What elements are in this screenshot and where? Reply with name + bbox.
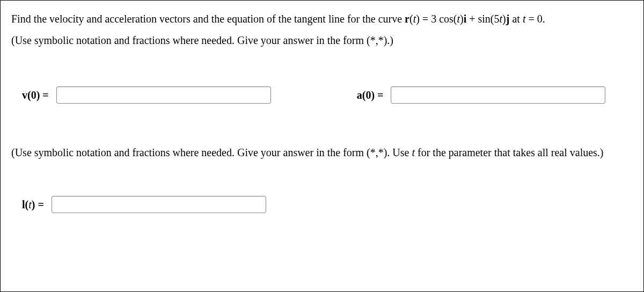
func-part: ) = 3 cos( <box>416 13 457 25</box>
v-letter: v <box>22 89 27 101</box>
instruction-1: (Use symbolic notation and fractions whe… <box>11 32 633 49</box>
paren-close-2: ) <box>502 13 506 25</box>
answer-row-2: l(t) = <box>11 196 633 213</box>
r-vector-label: r <box>405 13 409 25</box>
instruction2-part1: (Use symbolic notation and fractions whe… <box>11 147 412 158</box>
tangent-label: l(t) = <box>22 199 44 211</box>
paren-close-1: ) <box>460 13 464 25</box>
a-zero-eq: (0) = <box>362 89 384 101</box>
velocity-label: v(0) = <box>22 89 49 101</box>
v-zero-eq: (0) = <box>27 89 49 101</box>
problem-container: Find the velocity and acceleration vecto… <box>0 0 644 292</box>
a-letter: a <box>357 89 362 101</box>
acceleration-group: a(0) = <box>357 86 606 104</box>
velocity-group: v(0) = <box>22 86 271 104</box>
problem-statement: Find the velocity and acceleration vecto… <box>11 10 633 27</box>
acceleration-input[interactable] <box>391 86 605 104</box>
answer-row-1: v(0) = a(0) = <box>11 86 633 104</box>
plus-part: + sin(5 <box>466 13 499 25</box>
paren-open-1: ( <box>409 13 413 25</box>
tangent-input[interactable] <box>52 196 266 213</box>
acceleration-label: a(0) = <box>357 89 384 101</box>
velocity-input[interactable] <box>56 86 271 104</box>
at-text: at <box>509 13 522 25</box>
instruction2-part2: for the parameter that takes all real va… <box>415 147 604 158</box>
t-equals-zero: = 0. <box>525 13 545 25</box>
l-close-eq: ) = <box>32 199 44 210</box>
instruction-2: (Use symbolic notation and fractions whe… <box>11 144 633 161</box>
problem-text-1: Find the velocity and acceleration vecto… <box>11 13 405 25</box>
